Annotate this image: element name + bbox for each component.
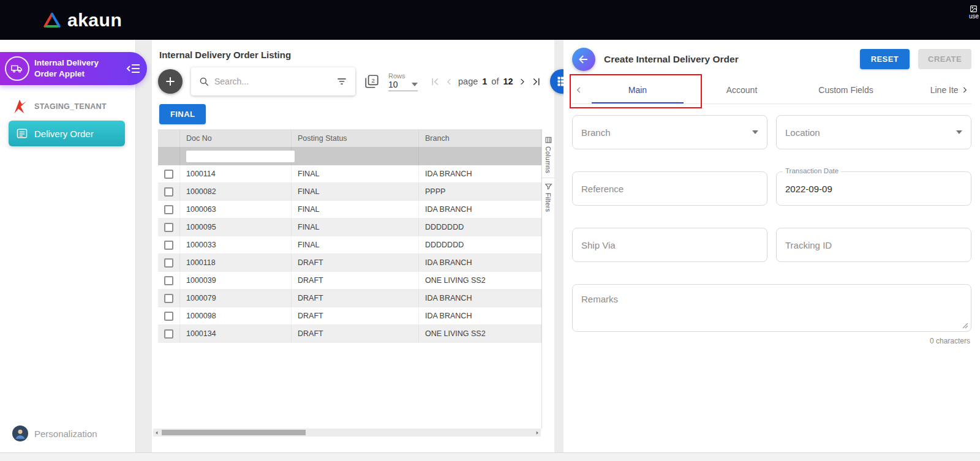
- row-checkbox-cell: [158, 219, 180, 236]
- table-row[interactable]: 1000114 FINAL IDA BRANCH: [158, 165, 541, 183]
- previous-page-button[interactable]: [445, 77, 454, 86]
- header-branch[interactable]: Branch: [419, 130, 541, 147]
- next-page-button[interactable]: [518, 77, 527, 86]
- cell-doc-no: 1000063: [180, 201, 292, 218]
- user-avatar[interactable]: use: [969, 5, 979, 20]
- row-checkbox[interactable]: [164, 294, 173, 303]
- avatar-icon: [12, 425, 28, 441]
- transaction-date-field[interactable]: Transaction Date 2022-09-09: [776, 171, 971, 206]
- remarks-field[interactable]: [572, 284, 971, 332]
- bottom-page-scrollbar: [0, 452, 980, 461]
- scrollbar-thumb[interactable]: [162, 430, 306, 435]
- reset-button[interactable]: RESET: [860, 49, 910, 69]
- reference-field[interactable]: [572, 171, 767, 206]
- row-checkbox[interactable]: [164, 223, 173, 232]
- row-checkbox-cell: [158, 307, 180, 324]
- collapse-menu-icon[interactable]: [126, 61, 141, 76]
- filter-list-icon[interactable]: [336, 75, 348, 88]
- horizontal-scrollbar: [153, 429, 541, 437]
- resize-handle-icon[interactable]: [962, 323, 968, 329]
- search-input[interactable]: [214, 77, 331, 86]
- add-record-button[interactable]: [158, 69, 183, 94]
- cell-posting-status: DRAFT: [292, 290, 419, 307]
- table-row[interactable]: 1000095 FINAL DDDDDDD: [158, 219, 541, 236]
- tab-line-items[interactable]: Line Items: [898, 76, 958, 103]
- ship-via-field[interactable]: [572, 228, 767, 262]
- tenant-selector[interactable]: STAGING_TENANT: [10, 97, 107, 116]
- row-checkbox[interactable]: [164, 205, 173, 214]
- cell-doc-no: 1000118: [180, 254, 292, 271]
- tab-scroll-right-icon[interactable]: [958, 76, 971, 103]
- tab-account[interactable]: Account: [690, 76, 794, 103]
- row-checkbox[interactable]: [164, 170, 173, 179]
- table-row[interactable]: 1000079 DRAFT IDA BRANCH: [158, 290, 541, 307]
- doc-no-filter-input[interactable]: [186, 151, 295, 162]
- table-row[interactable]: 1000098 DRAFT IDA BRANCH: [158, 307, 541, 325]
- tab-scroll-left-icon[interactable]: [572, 76, 586, 103]
- row-checkbox-cell: [158, 325, 180, 342]
- chevron-down-icon: [752, 130, 758, 134]
- back-button[interactable]: [572, 48, 595, 71]
- row-checkbox[interactable]: [164, 258, 173, 268]
- table-row[interactable]: 1000039 DRAFT ONE LIVING SS2: [158, 272, 541, 290]
- row-checkbox-cell: [158, 290, 180, 307]
- row-checkbox-cell: [158, 201, 180, 218]
- cell-posting-status: DRAFT: [292, 307, 419, 324]
- cell-posting-status: FINAL: [292, 219, 419, 236]
- filter-checkbox-cell: [158, 147, 180, 165]
- header-checkbox-cell: [158, 130, 180, 147]
- tab-main[interactable]: Main: [586, 76, 690, 103]
- row-checkbox[interactable]: [164, 187, 173, 197]
- status-filter-chip[interactable]: FINAL: [159, 104, 206, 124]
- location-select[interactable]: Location: [776, 115, 971, 149]
- transaction-date-label: Transaction Date: [783, 167, 841, 174]
- cell-posting-status: FINAL: [292, 236, 419, 253]
- top-bar: akaun use: [0, 0, 980, 40]
- scroll-right-arrow[interactable]: [533, 430, 541, 435]
- cell-branch: DDDDDDD: [419, 219, 541, 236]
- cell-posting-status: DRAFT: [292, 272, 419, 289]
- row-checkbox[interactable]: [164, 312, 173, 321]
- row-checkbox-cell: [158, 183, 180, 200]
- last-page-button[interactable]: [531, 77, 541, 87]
- columns-toggle[interactable]: Columns: [545, 132, 552, 178]
- table-row[interactable]: 1000118 DRAFT IDA BRANCH: [158, 254, 541, 272]
- tracking-id-field[interactable]: [776, 228, 971, 262]
- app-logo: akaun: [43, 10, 122, 31]
- cell-posting-status: DRAFT: [292, 254, 419, 271]
- rows-per-page-select[interactable]: 10: [388, 80, 418, 91]
- remarks-wrapper: [572, 284, 971, 332]
- tab-custom-fields[interactable]: Custom Fields: [794, 76, 898, 103]
- list-icon: [16, 127, 28, 140]
- rows-per-page-control: Rows 10: [388, 72, 418, 91]
- logo-triangle-icon: [43, 12, 61, 29]
- sidebar-item-delivery-order[interactable]: Delivery Order: [9, 121, 125, 146]
- user-avatar-alt-text: use: [969, 13, 979, 20]
- table-row[interactable]: 1000063 FINAL IDA BRANCH: [158, 201, 541, 219]
- branch-select[interactable]: Branch: [572, 115, 767, 149]
- scroll-left-arrow[interactable]: [153, 430, 160, 435]
- applet-header: Internal Delivery Order Applet: [0, 52, 147, 85]
- row-checkbox[interactable]: [164, 276, 173, 285]
- cell-branch: ONE LIVING SS2: [419, 325, 541, 342]
- header-doc-no[interactable]: Doc No: [180, 130, 292, 147]
- table-filter-row: [158, 147, 541, 165]
- create-panel: Create Internal Delivery Order RESET CRE…: [564, 40, 980, 452]
- personalization-button[interactable]: Personalization: [12, 425, 97, 441]
- pages-icon[interactable]: 2: [364, 73, 380, 89]
- table-row[interactable]: 1000033 FINAL DDDDDDD: [158, 236, 541, 254]
- first-page-button[interactable]: [430, 77, 440, 87]
- row-checkbox[interactable]: [164, 329, 173, 339]
- create-button[interactable]: CREATE: [918, 49, 971, 69]
- page-current: 1: [482, 77, 487, 86]
- header-posting-status[interactable]: Posting Status: [292, 130, 419, 147]
- table-row[interactable]: 1000134 DRAFT ONE LIVING SS2: [158, 325, 541, 343]
- tenant-logo-icon: [10, 97, 28, 116]
- chevron-down-icon: [956, 130, 962, 134]
- row-checkbox[interactable]: [164, 241, 173, 250]
- table-header-row: Doc No Posting Status Branch: [158, 130, 541, 147]
- table-row[interactable]: 1000082 FINAL PPPP: [158, 183, 541, 201]
- filters-toggle[interactable]: Filters: [545, 178, 552, 216]
- cell-branch: IDA BRANCH: [419, 165, 541, 182]
- pagination: page 1 of 12: [430, 77, 541, 87]
